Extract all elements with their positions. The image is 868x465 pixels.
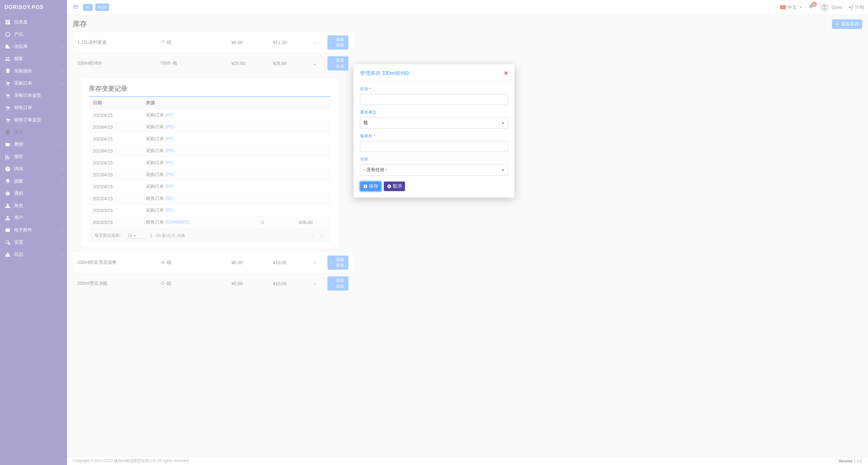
chevron-down-icon: ▼ bbox=[501, 121, 504, 125]
stock-input[interactable] bbox=[360, 94, 508, 105]
modal-product-name: 330ml听纯9 bbox=[382, 70, 409, 77]
cancel-button[interactable]: 取消 bbox=[384, 181, 405, 191]
unit-label: 基本单位 bbox=[360, 109, 508, 115]
cancel-icon bbox=[387, 184, 392, 189]
chevron-down-icon: ▼ bbox=[501, 168, 504, 172]
warehouse-label: 仓库 bbox=[360, 156, 508, 162]
modal-backdrop[interactable]: 管理库存 330ml听纯9 ✕ 库存 * 基本单位 瓶 ▼ 每单价 * 仓库 -… bbox=[0, 0, 868, 465]
modal-title: 管理库存 bbox=[360, 70, 380, 77]
unit-select[interactable]: 瓶 ▼ bbox=[360, 117, 508, 129]
price-input[interactable] bbox=[360, 141, 508, 152]
save-label: 保存 bbox=[369, 184, 378, 189]
save-icon bbox=[363, 184, 368, 189]
save-button[interactable]: 保存 bbox=[360, 181, 381, 191]
modal-close-button[interactable]: ✕ bbox=[504, 70, 508, 76]
price-label: 每单价 * bbox=[360, 133, 508, 139]
warehouse-value: - 没有任何 - bbox=[364, 167, 387, 173]
manage-stock-modal: 管理库存 330ml听纯9 ✕ 库存 * 基本单位 瓶 ▼ 每单价 * 仓库 -… bbox=[353, 64, 515, 198]
unit-value: 瓶 bbox=[364, 120, 368, 126]
stock-label: 库存 * bbox=[360, 86, 508, 92]
warehouse-select[interactable]: - 没有任何 - ▼ bbox=[360, 164, 508, 176]
cancel-label: 取消 bbox=[393, 184, 402, 189]
